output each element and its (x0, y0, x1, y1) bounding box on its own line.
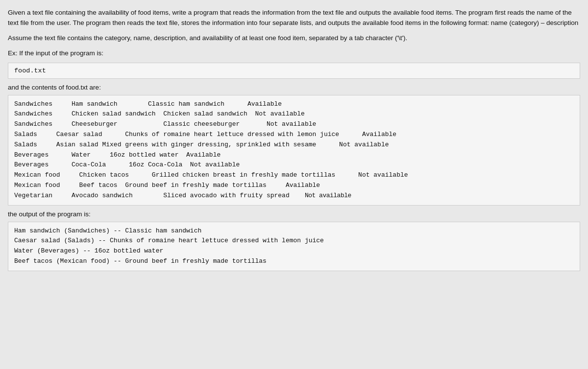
input-example-text: food.txt (14, 67, 46, 74)
output-line: Beef tacos (Mexican food) -- Ground beef… (14, 256, 574, 267)
output-label: the output of the program is: (8, 210, 580, 218)
table-row: Salads Asian salad Mixed greens with gin… (14, 140, 574, 150)
output-box: Ham sandwich (Sandwiches) -- Classic ham… (8, 222, 580, 271)
output-line: Ham sandwich (Sandwiches) -- Classic ham… (14, 226, 574, 236)
table-row: Sandwiches Chicken salad sandwich Chicke… (14, 109, 574, 119)
and-contents-text: and the contents of food.txt are: (8, 84, 580, 91)
table-row: Beverages Water 16oz bottled water Avail… (14, 150, 574, 161)
table-row: Sandwiches Ham sandwich Classic ham sand… (14, 99, 574, 110)
table-row: Sandwiches Cheeseburger Classic cheesebu… (14, 119, 574, 130)
description-paragraph1: Given a text file containing the availab… (8, 8, 580, 28)
output-line: Water (Beverages) -- 16oz bottled water (14, 246, 574, 256)
input-example-box: food.txt (8, 63, 580, 79)
ex-paragraph: Ex: If the input of the program is: (8, 48, 580, 59)
assume-paragraph: Assume the text file contains the catego… (8, 33, 580, 44)
table-row: Beverages Coca-Cola 16oz Coca-Cola Not a… (14, 160, 574, 170)
table-row: Mexican food Beef tacos Ground beef in f… (14, 181, 574, 191)
output-line: Caesar salad (Salads) -- Chunks of romai… (14, 236, 574, 246)
food-table-box: Sandwiches Ham sandwich Classic ham sand… (8, 95, 580, 206)
table-row: Vegetarian Avocado sandwich Sliced avoca… (14, 191, 574, 201)
table-row: Mexican food Chicken tacos Grilled chick… (14, 170, 574, 181)
table-row: Salads Caesar salad Chunks of romaine he… (14, 130, 574, 140)
